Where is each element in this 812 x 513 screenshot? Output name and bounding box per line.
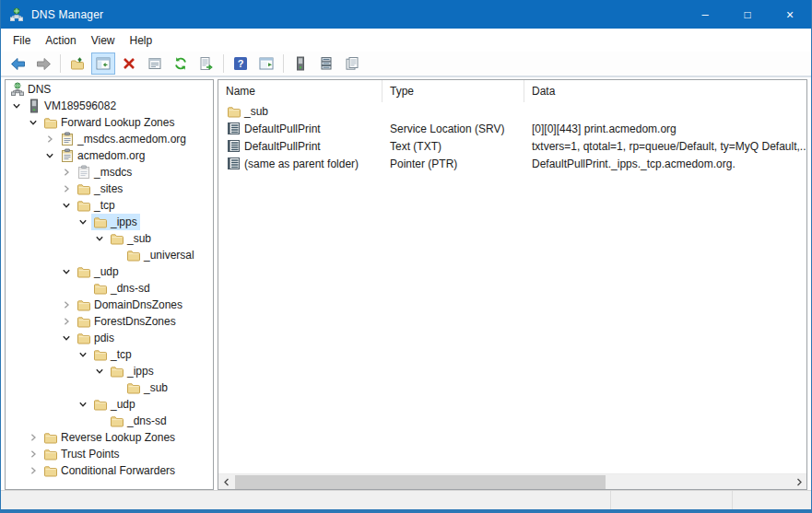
tree-item[interactable]: DomainDnsZones (6, 297, 213, 313)
tree-item-content[interactable]: pdis (75, 330, 117, 346)
list-row[interactable]: (same as parent folder)Pointer (PTR)Defa… (218, 155, 806, 172)
tree-item[interactable]: Conditional Forwarders (6, 462, 213, 479)
list-row[interactable]: DefaultPullPrintText (TXT)txtvers=1, qto… (218, 137, 806, 155)
tree-item[interactable]: _dns-sd (6, 413, 213, 429)
chevron-expanded-icon[interactable] (91, 363, 108, 379)
tree-item-content[interactable]: VM189596082 (25, 98, 119, 114)
chevron-collapsed-icon[interactable] (58, 297, 75, 313)
tree-item[interactable]: DNS (6, 81, 213, 98)
tree-item-content[interactable]: _ipps (91, 214, 140, 230)
tree-item[interactable]: _msdcs.acmedom.org (6, 131, 213, 147)
chevron-collapsed-icon[interactable] (58, 181, 75, 197)
column-header-type[interactable]: Type (382, 80, 524, 102)
tree-item[interactable]: _ipps (6, 363, 213, 379)
tree-item-content[interactable]: _msdcs (75, 164, 135, 181)
chevron-collapsed-icon[interactable] (25, 429, 41, 446)
titlebar[interactable]: DNS Manager – □ × (1, 0, 811, 29)
tree-item-content[interactable]: _tcp (75, 197, 118, 214)
tree-item[interactable]: Forward Lookup Zones (6, 114, 213, 131)
delete-button[interactable] (117, 52, 141, 75)
tree-item-content[interactable]: _universal (124, 247, 197, 263)
column-header-data[interactable]: Data (524, 80, 806, 102)
tree-item[interactable]: _udp (6, 396, 213, 413)
close-button[interactable]: × (769, 0, 811, 29)
tree-item-content[interactable]: Conditional Forwarders (41, 462, 178, 479)
scroll-left-arrow-icon[interactable] (218, 474, 234, 490)
forward-button[interactable] (31, 52, 55, 75)
dns-server-button[interactable] (288, 52, 312, 75)
tree-item[interactable]: _tcp (6, 197, 213, 214)
records-list-pane[interactable]: Name Type Data _subDefaultPullPrintServi… (218, 79, 807, 490)
scrollbar-thumb[interactable] (235, 475, 606, 489)
tree-item-content[interactable]: ForestDnsZones (75, 313, 179, 330)
chevron-expanded-icon[interactable] (75, 396, 91, 413)
tree-item-content[interactable]: Trust Points (41, 446, 123, 462)
tree-item[interactable]: _ipps (6, 214, 213, 230)
scroll-right-arrow-icon[interactable] (791, 474, 806, 490)
chevron-expanded-icon[interactable] (91, 230, 108, 247)
show-action-pane-button[interactable] (254, 52, 278, 75)
tree-item-content[interactable]: Reverse Lookup Zones (41, 429, 178, 446)
tree-item-content[interactable]: Forward Lookup Zones (41, 114, 177, 131)
tree-item-content[interactable]: _tcp (91, 346, 135, 363)
show-hide-console-tree-button[interactable] (91, 52, 115, 75)
tree-item[interactable]: _sub (6, 230, 213, 247)
menu-file[interactable]: File (6, 31, 38, 50)
chevron-collapsed-icon[interactable] (25, 462, 41, 479)
chevron-collapsed-icon[interactable] (58, 164, 75, 181)
chevron-collapsed-icon[interactable] (25, 446, 41, 462)
chevron-collapsed-icon[interactable] (41, 131, 58, 147)
list-row[interactable]: DefaultPullPrintService Location (SRV)[0… (218, 120, 806, 137)
chevron-expanded-icon[interactable] (58, 330, 75, 346)
back-button[interactable] (6, 52, 29, 75)
minimize-button[interactable]: – (684, 0, 726, 29)
list-row[interactable]: _sub (218, 102, 806, 120)
tree-item[interactable]: Trust Points (6, 446, 213, 462)
dns-records-button[interactable] (314, 52, 338, 75)
tree-item[interactable]: pdis (6, 330, 213, 346)
refresh-button[interactable] (169, 52, 193, 75)
menu-help[interactable]: Help (123, 31, 160, 50)
tree-item[interactable]: _dns-sd (6, 280, 213, 297)
chevron-expanded-icon[interactable] (25, 114, 41, 131)
console-tree-pane[interactable]: DNSVM189596082Forward Lookup Zones_msdcs… (5, 79, 214, 490)
tree-item-content[interactable]: _dns-sd (108, 413, 170, 429)
chevron-collapsed-icon[interactable] (58, 313, 75, 330)
chevron-expanded-icon[interactable] (58, 197, 75, 214)
menu-action[interactable]: Action (38, 31, 83, 50)
chevron-expanded-icon[interactable] (75, 214, 91, 230)
tree-item[interactable]: _universal (6, 247, 213, 263)
tree-item[interactable]: Reverse Lookup Zones (6, 429, 213, 446)
tree-item-content[interactable]: _udp (75, 263, 122, 280)
tree-item[interactable]: _udp (6, 263, 213, 280)
tree-item-content[interactable]: _dns-sd (91, 280, 153, 297)
horizontal-scrollbar[interactable] (218, 473, 806, 489)
tree-item-content[interactable]: _sub (124, 379, 171, 396)
tree-item-content[interactable]: _ipps (108, 363, 157, 379)
tree-item[interactable]: VM189596082 (6, 98, 213, 114)
tree-item-content[interactable]: acmedom.org (58, 147, 147, 164)
up-one-level-button[interactable] (65, 52, 89, 75)
properties-button[interactable] (143, 52, 167, 75)
tree-item-content[interactable]: _sub (108, 230, 154, 247)
export-list-button[interactable] (194, 52, 218, 75)
dns-clipboard-button[interactable] (340, 52, 364, 75)
maximize-button[interactable]: □ (726, 0, 769, 29)
tree-item-content[interactable]: _udp (91, 396, 138, 413)
tree-item-content[interactable]: DomainDnsZones (75, 297, 185, 313)
tree-item[interactable]: _tcp (6, 346, 213, 363)
tree-item[interactable]: ForestDnsZones (6, 313, 213, 330)
chevron-expanded-icon[interactable] (8, 98, 25, 114)
tree-item-content[interactable]: _msdcs.acmedom.org (58, 131, 189, 147)
menu-view[interactable]: View (84, 31, 123, 50)
column-header-name[interactable]: Name (218, 80, 382, 102)
tree-item[interactable]: _sites (6, 181, 213, 197)
help-button[interactable]: ? (229, 52, 253, 75)
chevron-expanded-icon[interactable] (75, 346, 91, 363)
chevron-expanded-icon[interactable] (41, 147, 58, 164)
tree-item-content[interactable]: DNS (8, 81, 53, 98)
tree-item[interactable]: _msdcs (6, 164, 213, 181)
tree-item-content[interactable]: _sites (75, 181, 125, 197)
tree-item[interactable]: _sub (6, 379, 213, 396)
tree-item[interactable]: acmedom.org (6, 147, 213, 164)
